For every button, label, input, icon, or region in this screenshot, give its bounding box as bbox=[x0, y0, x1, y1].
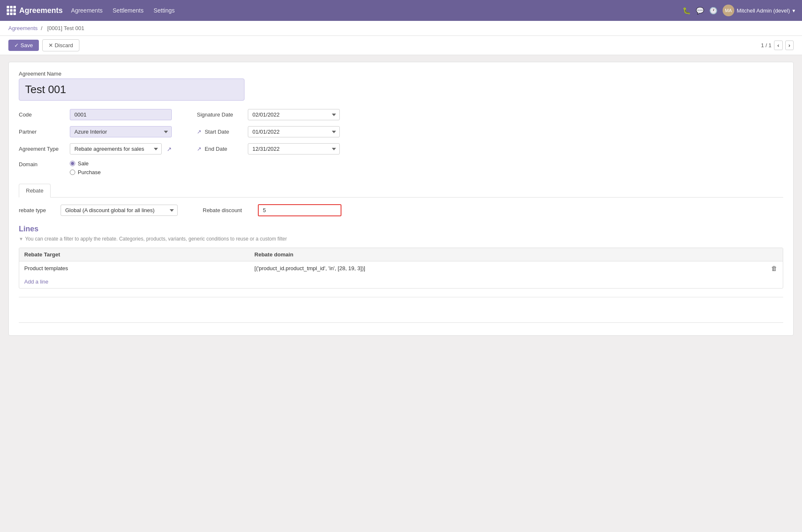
end-date-select[interactable]: 12/31/2022 bbox=[248, 143, 340, 155]
breadcrumb-separator: / bbox=[41, 25, 44, 31]
top-navigation: Agreements Agreements Settlements Settin… bbox=[0, 0, 802, 21]
grid-icon bbox=[7, 6, 16, 15]
checkmark-icon: ✓ bbox=[14, 42, 19, 48]
pagination-prev[interactable]: ‹ bbox=[774, 41, 782, 50]
domain-purchase-option[interactable]: Purchase bbox=[70, 169, 101, 175]
domain-purchase-radio[interactable] bbox=[70, 170, 75, 175]
divider-1 bbox=[19, 297, 783, 297]
row-domain-cell: [('product_id.product_tmpl_id', 'in', [2… bbox=[250, 261, 766, 276]
topnav-right: 🐛 💬 🕐 MA Mitchell Admin (devel) ▾ bbox=[682, 5, 795, 16]
table-header-row: Rebate Target Rebate domain bbox=[19, 248, 783, 261]
pagination-next[interactable]: › bbox=[785, 41, 794, 50]
action-bar: ✓ Save ✕ Discard 1 / 1 ‹ › bbox=[0, 36, 802, 55]
domain-row: Domain Sale Purchase bbox=[19, 160, 172, 175]
app-logo[interactable]: Agreements bbox=[7, 6, 63, 15]
pagination-text: 1 / 1 bbox=[761, 42, 771, 48]
col-rebate-target: Rebate Target bbox=[19, 248, 250, 261]
rebate-section: rebate type Global (A discount global fo… bbox=[19, 204, 783, 323]
end-date-row: ↗ End Date 12/31/2022 bbox=[197, 143, 340, 155]
agreement-type-row: Agreement Type Rebate agreements for sal… bbox=[19, 143, 172, 155]
row-delete-cell[interactable]: 🗑 bbox=[766, 261, 783, 276]
end-date-external-link-icon: ↗ bbox=[197, 146, 201, 152]
lines-section: Lines ▼ You can create a filter to apply… bbox=[19, 225, 783, 323]
nav-settings[interactable]: Settings bbox=[153, 7, 175, 14]
avatar-text: MA bbox=[725, 8, 732, 13]
rebate-type-row: rebate type Global (A discount global fo… bbox=[19, 204, 783, 216]
partner-row: Partner Azure Interior bbox=[19, 126, 172, 137]
start-date-row: ↗ Start Date 01/01/2022 bbox=[197, 126, 340, 137]
domain-label: Domain bbox=[19, 161, 65, 167]
agreement-type-label: Agreement Type bbox=[19, 146, 65, 152]
domain-sale-label: Sale bbox=[78, 160, 89, 167]
discard-button[interactable]: ✕ Discard bbox=[42, 39, 79, 51]
start-date-select[interactable]: 01/01/2022 bbox=[248, 126, 340, 137]
table-row: Product templates [('product_id.product_… bbox=[19, 261, 783, 276]
domain-sale-radio[interactable] bbox=[70, 161, 75, 166]
col-rebate-domain: Rebate domain bbox=[250, 248, 766, 261]
breadcrumb: Agreements / [0001] Test 001 bbox=[0, 21, 802, 36]
nav-agreements[interactable]: Agreements bbox=[71, 7, 102, 14]
main-content: Agreement Name Code Partner Azure Interi… bbox=[0, 55, 802, 342]
row-target-cell: Product templates bbox=[19, 261, 250, 276]
rebate-discount-input[interactable] bbox=[258, 204, 341, 216]
signature-date-select[interactable]: 02/01/2022 bbox=[248, 109, 340, 120]
agreement-type-external-link-icon[interactable]: ↗ bbox=[167, 146, 172, 152]
debug-icon[interactable]: 🐛 bbox=[682, 7, 691, 15]
code-input[interactable] bbox=[70, 109, 172, 120]
clock-icon[interactable]: 🕐 bbox=[709, 7, 718, 15]
agreement-name-section: Agreement Name bbox=[19, 71, 783, 101]
breadcrumb-parent[interactable]: Agreements bbox=[8, 25, 38, 31]
tab-rebate[interactable]: Rebate bbox=[19, 184, 51, 198]
agreement-name-input[interactable] bbox=[19, 79, 244, 101]
signature-date-row: Signature Date 02/01/2022 bbox=[197, 109, 340, 120]
lines-table: Rebate Target Rebate domain Product temp… bbox=[19, 248, 783, 275]
chat-icon[interactable]: 💬 bbox=[696, 7, 704, 15]
app-title: Agreements bbox=[19, 6, 63, 15]
domain-purchase-label: Purchase bbox=[78, 169, 101, 175]
start-date-external-link-icon: ↗ bbox=[197, 129, 201, 135]
save-button[interactable]: ✓ Save bbox=[8, 40, 39, 51]
form-card: Agreement Name Code Partner Azure Interi… bbox=[8, 62, 794, 336]
rebate-type-select[interactable]: Global (A discount global for all lines) bbox=[61, 205, 178, 216]
user-name: Mitchell Admin (devel) bbox=[737, 8, 790, 14]
partner-label: Partner bbox=[19, 129, 65, 135]
domain-radio-group: Sale Purchase bbox=[70, 160, 101, 175]
pagination: 1 / 1 ‹ › bbox=[761, 41, 794, 50]
code-row: Code bbox=[19, 109, 172, 120]
filter-icon: ▼ bbox=[19, 236, 23, 241]
nav-settlements[interactable]: Settlements bbox=[113, 7, 144, 14]
lines-title: Lines bbox=[19, 225, 783, 233]
add-line-link[interactable]: Add a line bbox=[19, 275, 783, 288]
nav-links: Agreements Settlements Settings bbox=[71, 7, 674, 14]
agreement-type-select[interactable]: Rebate agreements for sales bbox=[70, 143, 162, 155]
rebate-type-label: rebate type bbox=[19, 207, 52, 213]
avatar: MA bbox=[723, 5, 734, 16]
start-date-label: ↗ Start Date bbox=[197, 129, 243, 135]
partner-select[interactable]: Azure Interior bbox=[70, 126, 172, 137]
delete-row-icon[interactable]: 🗑 bbox=[771, 265, 777, 272]
form-left: Code Partner Azure Interior Agreement Ty… bbox=[19, 109, 172, 175]
end-date-label: ↗ End Date bbox=[197, 146, 243, 152]
domain-sale-option[interactable]: Sale bbox=[70, 160, 101, 167]
tabs-section: Rebate bbox=[19, 184, 783, 198]
user-menu[interactable]: MA Mitchell Admin (devel) ▾ bbox=[723, 5, 795, 16]
user-dropdown-icon: ▾ bbox=[792, 8, 795, 14]
lines-table-container: Rebate Target Rebate domain Product temp… bbox=[19, 248, 783, 289]
signature-date-label: Signature Date bbox=[197, 111, 243, 118]
close-icon: ✕ bbox=[48, 42, 53, 48]
form-right: Signature Date 02/01/2022 ↗ Start Date 0… bbox=[197, 109, 340, 175]
code-label: Code bbox=[19, 111, 65, 118]
rebate-discount-label: Rebate discount bbox=[203, 207, 253, 213]
breadcrumb-current: [0001] Test 001 bbox=[47, 25, 84, 31]
divider-2 bbox=[19, 322, 783, 323]
lines-info: ▼ You can create a filter to apply the r… bbox=[19, 236, 783, 242]
agreement-name-label: Agreement Name bbox=[19, 71, 783, 77]
